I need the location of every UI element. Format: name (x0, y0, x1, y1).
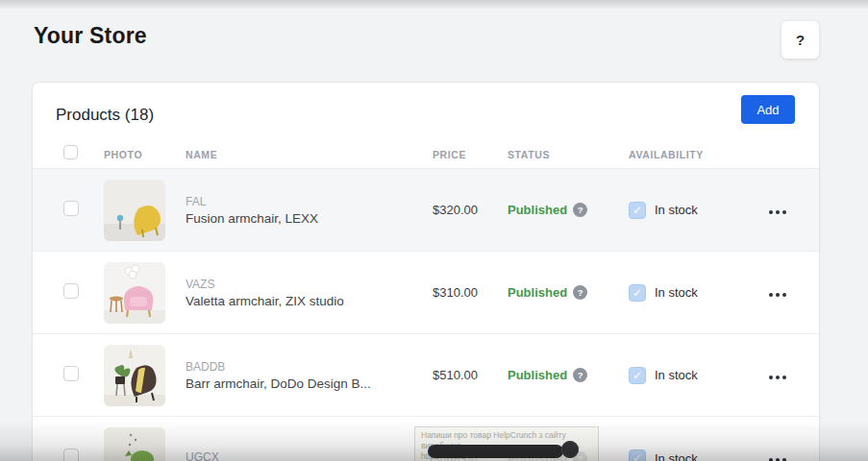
panel-title: Products (18) (56, 106, 154, 125)
armchair-photo-brown (104, 345, 165, 406)
help-button[interactable]: ? (781, 21, 819, 59)
in-stock-checkbox[interactable]: ✓ (629, 202, 646, 219)
product-photo[interactable] (104, 345, 165, 406)
table-row: FAL Fusion armchair, LEXX $320.00 Publis… (33, 169, 819, 252)
product-sku: BADDB (186, 360, 433, 374)
column-header-price: PRICE (433, 149, 508, 160)
status-info-icon[interactable]: ? (573, 285, 587, 300)
product-name: Barr armchair, DoDo Design B... (186, 376, 433, 391)
product-photo[interactable] (104, 262, 165, 324)
product-price: $310.00 (433, 285, 508, 300)
product-photo[interactable] (104, 427, 165, 461)
ellipsis-icon (769, 376, 773, 379)
column-header-photo: PHOTO (104, 149, 186, 160)
products-panel: Products (18) Add PHOTO NAME PRICE STATU… (32, 82, 820, 461)
row-actions-button[interactable] (767, 370, 788, 385)
row-actions-button[interactable] (767, 452, 788, 461)
availability-label: In stock (655, 285, 698, 300)
status-info-icon[interactable]: ? (573, 203, 587, 217)
page-title: Your Store (34, 23, 147, 49)
status-label: Published (508, 285, 567, 300)
check-icon: ✓ (632, 204, 642, 217)
ellipsis-icon (769, 293, 773, 297)
check-icon: ✓ (632, 286, 642, 300)
product-price: $510.00 (433, 368, 508, 382)
availability-label: In stock (655, 203, 698, 217)
armchair-photo-yellow (104, 180, 165, 241)
availability-label: In stock (655, 368, 698, 382)
product-sku: VAZS (186, 278, 433, 291)
availability-label: In stock (655, 451, 698, 461)
product-name: Fusion armchair, LEXX (186, 211, 433, 226)
armchair-photo-green (104, 427, 165, 461)
in-stock-checkbox[interactable]: ✓ (629, 449, 646, 461)
row-checkbox[interactable] (63, 201, 79, 216)
product-sku: UGCX (186, 450, 433, 461)
video-progress-bar[interactable] (428, 445, 563, 458)
video-top-edge (0, 0, 868, 9)
row-checkbox[interactable] (63, 366, 79, 381)
table-header-row: PHOTO NAME PRICE STATUS AVAILABILITY (33, 140, 819, 169)
question-mark-icon: ? (796, 32, 805, 48)
status-label: Published (508, 203, 567, 217)
add-product-button[interactable]: Add (741, 95, 795, 124)
table-row: VAZS Valetta armchair, ZIX studio $310.0… (33, 252, 819, 334)
table-row: BADDB Barr armchair, DoDo Design B... $5… (33, 334, 819, 417)
select-all-checkbox[interactable] (63, 145, 78, 159)
panel-header: Products (18) Add (33, 83, 819, 140)
status-info-icon[interactable]: ? (573, 368, 587, 382)
product-name: Valetta armchair, ZIX studio (186, 294, 433, 308)
product-price: $320.00 (433, 203, 508, 217)
in-stock-checkbox[interactable]: ✓ (629, 367, 646, 384)
column-header-availability: AVAILABILITY (629, 149, 754, 160)
product-photo[interactable] (104, 180, 165, 241)
check-icon: ✓ (632, 451, 642, 461)
column-header-name: NAME (186, 149, 433, 160)
product-sku: FAL (186, 195, 433, 208)
row-actions-button[interactable] (767, 287, 788, 303)
row-checkbox[interactable] (63, 283, 79, 299)
column-header-status: STATUS (508, 149, 629, 160)
video-progress-knob[interactable] (561, 441, 579, 458)
armchair-photo-pink (104, 262, 165, 324)
in-stock-checkbox[interactable]: ✓ (629, 284, 646, 302)
row-actions-button[interactable] (767, 205, 788, 220)
status-label: Published (508, 368, 567, 382)
row-checkbox[interactable] (63, 449, 79, 461)
check-icon: ✓ (632, 369, 642, 382)
ellipsis-icon (769, 210, 773, 214)
